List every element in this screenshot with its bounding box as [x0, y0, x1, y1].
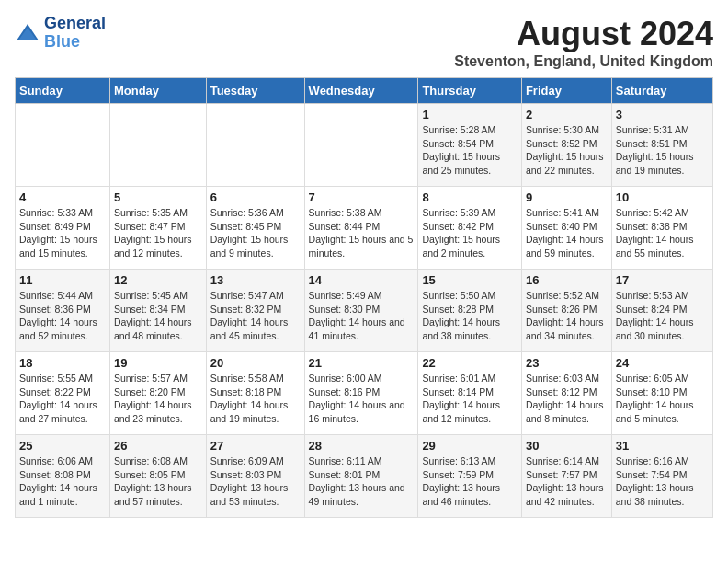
day-number: 4 — [19, 190, 106, 204]
day-number: 26 — [114, 439, 202, 453]
calendar-cell: 7Sunrise: 5:38 AM Sunset: 8:44 PM Daylig… — [304, 187, 418, 270]
day-info: Sunrise: 5:38 AM Sunset: 8:44 PM Dayligh… — [309, 206, 415, 260]
calendar-cell: 6Sunrise: 5:36 AM Sunset: 8:45 PM Daylig… — [206, 187, 304, 270]
day-info: Sunrise: 6:09 AM Sunset: 8:03 PM Dayligh… — [210, 454, 301, 509]
day-number: 5 — [114, 190, 202, 204]
day-number: 20 — [210, 356, 301, 370]
calendar-cell: 1Sunrise: 5:28 AM Sunset: 8:54 PM Daylig… — [418, 104, 522, 187]
day-info: Sunrise: 5:47 AM Sunset: 8:32 PM Dayligh… — [210, 289, 301, 343]
calendar-cell: 15Sunrise: 5:50 AM Sunset: 8:28 PM Dayli… — [418, 270, 522, 352]
day-number: 15 — [422, 273, 518, 287]
calendar-cell: 2Sunrise: 5:30 AM Sunset: 8:52 PM Daylig… — [521, 104, 611, 187]
day-info: Sunrise: 6:06 AM Sunset: 8:08 PM Dayligh… — [19, 454, 106, 509]
day-info: Sunrise: 6:01 AM Sunset: 8:14 PM Dayligh… — [422, 372, 518, 426]
calendar-cell — [304, 104, 418, 187]
day-info: Sunrise: 5:50 AM Sunset: 8:28 PM Dayligh… — [422, 289, 518, 343]
calendar-cell: 31Sunrise: 6:16 AM Sunset: 7:54 PM Dayli… — [611, 435, 712, 518]
calendar-week-row: 4Sunrise: 5:33 AM Sunset: 8:49 PM Daylig… — [16, 187, 713, 270]
calendar-cell — [206, 104, 304, 187]
day-info: Sunrise: 5:45 AM Sunset: 8:34 PM Dayligh… — [114, 289, 202, 343]
header-row: SundayMondayTuesdayWednesdayThursdayFrid… — [16, 78, 713, 104]
day-number: 6 — [210, 190, 301, 204]
calendar-cell: 20Sunrise: 5:58 AM Sunset: 8:18 PM Dayli… — [206, 352, 304, 435]
day-info: Sunrise: 6:05 AM Sunset: 8:10 PM Dayligh… — [616, 372, 709, 426]
calendar-cell: 8Sunrise: 5:39 AM Sunset: 8:42 PM Daylig… — [418, 187, 522, 270]
calendar-cell: 5Sunrise: 5:35 AM Sunset: 8:47 PM Daylig… — [109, 187, 206, 270]
day-info: Sunrise: 6:13 AM Sunset: 7:59 PM Dayligh… — [422, 454, 518, 509]
day-number: 13 — [210, 273, 301, 287]
subtitle: Steventon, England, United Kingdom — [454, 53, 713, 70]
calendar-cell: 23Sunrise: 6:03 AM Sunset: 8:12 PM Dayli… — [521, 352, 611, 435]
logo: General Blue — [15, 15, 106, 52]
calendar-cell: 28Sunrise: 6:11 AM Sunset: 8:01 PM Dayli… — [304, 435, 418, 518]
day-number: 31 — [616, 439, 709, 453]
calendar-cell: 17Sunrise: 5:53 AM Sunset: 8:24 PM Dayli… — [611, 270, 712, 352]
calendar-week-row: 11Sunrise: 5:44 AM Sunset: 8:36 PM Dayli… — [16, 270, 713, 352]
day-number: 17 — [616, 273, 709, 287]
day-number: 29 — [422, 439, 518, 453]
logo-text: General Blue — [44, 15, 106, 52]
calendar-cell: 3Sunrise: 5:31 AM Sunset: 8:51 PM Daylig… — [611, 104, 712, 187]
calendar-cell: 22Sunrise: 6:01 AM Sunset: 8:14 PM Dayli… — [418, 352, 522, 435]
day-number: 3 — [616, 108, 709, 121]
day-number: 1 — [422, 108, 518, 121]
calendar-cell — [109, 104, 206, 187]
day-info: Sunrise: 5:55 AM Sunset: 8:22 PM Dayligh… — [19, 372, 106, 426]
page-header: General Blue August 2024 Steventon, Engl… — [15, 15, 713, 70]
day-number: 14 — [309, 273, 415, 287]
day-info: Sunrise: 5:30 AM Sunset: 8:52 PM Dayligh… — [526, 123, 608, 178]
weekday-header: Sunday — [16, 78, 110, 104]
day-number: 11 — [19, 273, 106, 287]
calendar-cell: 25Sunrise: 6:06 AM Sunset: 8:08 PM Dayli… — [16, 435, 110, 518]
day-info: Sunrise: 6:14 AM Sunset: 7:57 PM Dayligh… — [526, 454, 608, 509]
calendar-cell: 9Sunrise: 5:41 AM Sunset: 8:40 PM Daylig… — [521, 187, 611, 270]
day-info: Sunrise: 5:44 AM Sunset: 8:36 PM Dayligh… — [19, 289, 106, 343]
calendar-cell: 13Sunrise: 5:47 AM Sunset: 8:32 PM Dayli… — [206, 270, 304, 352]
calendar-cell: 16Sunrise: 5:52 AM Sunset: 8:26 PM Dayli… — [521, 270, 611, 352]
calendar-table: SundayMondayTuesdayWednesdayThursdayFrid… — [15, 77, 713, 518]
calendar-cell: 26Sunrise: 6:08 AM Sunset: 8:05 PM Dayli… — [109, 435, 206, 518]
day-number: 9 — [526, 190, 608, 204]
day-info: Sunrise: 5:39 AM Sunset: 8:42 PM Dayligh… — [422, 206, 518, 260]
day-number: 7 — [309, 190, 415, 204]
calendar-cell: 30Sunrise: 6:14 AM Sunset: 7:57 PM Dayli… — [521, 435, 611, 518]
day-number: 24 — [616, 356, 709, 370]
day-number: 25 — [19, 439, 106, 453]
day-info: Sunrise: 6:08 AM Sunset: 8:05 PM Dayligh… — [114, 454, 202, 509]
day-number: 2 — [526, 108, 608, 121]
main-title: August 2024 — [454, 15, 713, 53]
calendar-cell: 21Sunrise: 6:00 AM Sunset: 8:16 PM Dayli… — [304, 352, 418, 435]
day-number: 28 — [309, 439, 415, 453]
day-info: Sunrise: 5:57 AM Sunset: 8:20 PM Dayligh… — [114, 372, 202, 426]
day-number: 30 — [526, 439, 608, 453]
day-number: 21 — [309, 356, 415, 370]
day-number: 8 — [422, 190, 518, 204]
calendar-header: SundayMondayTuesdayWednesdayThursdayFrid… — [16, 78, 713, 104]
calendar-body: 1Sunrise: 5:28 AM Sunset: 8:54 PM Daylig… — [16, 104, 713, 518]
weekday-header: Friday — [521, 78, 611, 104]
day-info: Sunrise: 5:33 AM Sunset: 8:49 PM Dayligh… — [19, 206, 106, 260]
logo-icon — [15, 20, 40, 46]
calendar-cell: 18Sunrise: 5:55 AM Sunset: 8:22 PM Dayli… — [16, 352, 110, 435]
calendar-cell: 29Sunrise: 6:13 AM Sunset: 7:59 PM Dayli… — [418, 435, 522, 518]
calendar-cell: 14Sunrise: 5:49 AM Sunset: 8:30 PM Dayli… — [304, 270, 418, 352]
day-info: Sunrise: 6:16 AM Sunset: 7:54 PM Dayligh… — [616, 454, 709, 509]
calendar-cell: 10Sunrise: 5:42 AM Sunset: 8:38 PM Dayli… — [611, 187, 712, 270]
day-info: Sunrise: 5:58 AM Sunset: 8:18 PM Dayligh… — [210, 372, 301, 426]
weekday-header: Monday — [109, 78, 206, 104]
day-info: Sunrise: 5:49 AM Sunset: 8:30 PM Dayligh… — [309, 289, 415, 343]
day-number: 27 — [210, 439, 301, 453]
day-info: Sunrise: 5:31 AM Sunset: 8:51 PM Dayligh… — [616, 123, 709, 178]
day-info: Sunrise: 5:52 AM Sunset: 8:26 PM Dayligh… — [526, 289, 608, 343]
day-number: 12 — [114, 273, 202, 287]
day-info: Sunrise: 5:41 AM Sunset: 8:40 PM Dayligh… — [526, 206, 608, 260]
calendar-cell: 4Sunrise: 5:33 AM Sunset: 8:49 PM Daylig… — [16, 187, 110, 270]
day-info: Sunrise: 5:35 AM Sunset: 8:47 PM Dayligh… — [114, 206, 202, 260]
title-block: August 2024 Steventon, England, United K… — [454, 15, 713, 70]
day-info: Sunrise: 5:28 AM Sunset: 8:54 PM Dayligh… — [422, 123, 518, 178]
weekday-header: Tuesday — [206, 78, 304, 104]
day-number: 23 — [526, 356, 608, 370]
day-number: 16 — [526, 273, 608, 287]
weekday-header: Thursday — [418, 78, 522, 104]
day-info: Sunrise: 5:42 AM Sunset: 8:38 PM Dayligh… — [616, 206, 709, 260]
